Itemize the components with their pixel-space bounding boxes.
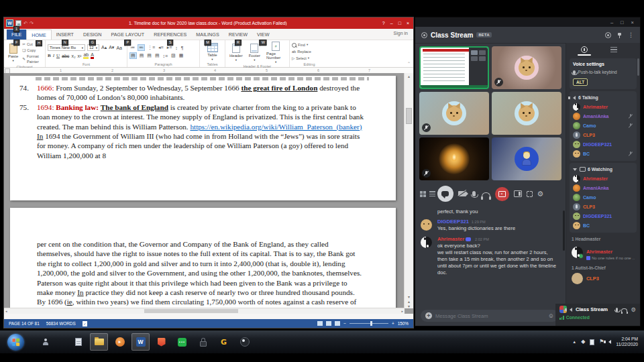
member-row[interactable]: AmaniAnka <box>573 111 633 121</box>
more-options-icon[interactable]: ⋮ <box>628 32 634 38</box>
settings-gear-icon[interactable]: ⚙ <box>631 307 636 312</box>
increase-indent-button[interactable]: ▸≡ <box>166 45 173 50</box>
keybind-key[interactable]: ALT <box>573 78 588 86</box>
taskbar-item-remote[interactable] <box>36 333 54 351</box>
taskbar-item-lock[interactable] <box>194 333 212 351</box>
sidebar-scrollbar[interactable] <box>637 58 639 76</box>
member-row[interactable]: Camo <box>573 121 633 130</box>
tab-mailings[interactable]: MAILINGSM <box>191 29 223 40</box>
justify-button[interactable]: ▤ <box>154 53 160 58</box>
replace-button[interactable]: ab Replace <box>292 49 311 54</box>
zoom-slider-thumb[interactable] <box>370 321 372 326</box>
page-number-button[interactable]: #Page Number▾ <box>264 42 287 64</box>
tab-info-icon[interactable] <box>581 46 588 53</box>
bullet-list-button[interactable]: ≔ <box>129 45 136 50</box>
member-row[interactable]: DIGDEEP321 <box>573 211 633 221</box>
minimize-button[interactable]: – <box>390 21 393 25</box>
deafen-button[interactable] <box>621 308 627 312</box>
chevron-down-icon[interactable] <box>573 168 577 171</box>
layout-icon[interactable] <box>514 190 522 197</box>
zoom-in-button[interactable]: + <box>392 321 394 326</box>
message-author[interactable]: DIGDEEP321 <box>437 219 469 225</box>
zoom-out-button[interactable]: − <box>343 321 346 326</box>
tab-home[interactable]: HOMEH <box>26 29 52 40</box>
sign-in-link[interactable]: Sign in <box>394 31 408 36</box>
change-case-button[interactable]: Aa <box>116 46 122 50</box>
help-button[interactable]: ? <box>382 21 385 25</box>
avatar[interactable] <box>421 219 432 231</box>
bold-button[interactable]: B <box>48 53 51 58</box>
document-canvas[interactable]: 74.1666: From Sunday, 2 September to Wed… <box>4 73 413 314</box>
paste-button[interactable]: Paste▾ <box>6 44 20 62</box>
avatar[interactable] <box>421 237 432 248</box>
next-page-button[interactable]: ▾ <box>405 304 413 308</box>
align-right-button[interactable]: ▤ <box>146 53 152 58</box>
tab-insert[interactable]: INSERTN <box>52 29 78 40</box>
attach-icon[interactable]: + <box>425 312 432 319</box>
member-row[interactable]: Ahrimaster <box>573 174 633 183</box>
superscript-button[interactable]: x² <box>78 54 82 58</box>
page-indicator[interactable]: PAGE 14 OF 81 <box>9 321 40 326</box>
scroll-right-arrow[interactable]: ▸ <box>401 309 403 313</box>
camera-off-icon[interactable] <box>458 191 466 196</box>
multilevel-list-button[interactable]: ⋮≡ <box>147 45 156 50</box>
tray-expand-icon[interactable]: ▲ <box>572 340 576 344</box>
fullscreen-icon[interactable] <box>527 191 533 197</box>
member-row[interactable]: DIGDEEP321 <box>573 139 633 149</box>
video-tile-user[interactable] <box>492 92 561 135</box>
borders-button[interactable]: ▦ <box>178 53 184 58</box>
tab-references[interactable]: REFERENCESS <box>149 29 191 40</box>
redo-icon[interactable]: ↷ <box>30 21 34 26</box>
tray-app-icon[interactable] <box>590 339 594 345</box>
copy-button[interactable]: ❏ Copy <box>22 48 43 53</box>
undo-icon[interactable]: ↶ <box>23 21 28 26</box>
tab-page-layout[interactable]: PAGE LAYOUTP <box>107 29 150 40</box>
popout-icon[interactable] <box>605 32 611 38</box>
member-row[interactable]: CLP3 <box>573 202 633 211</box>
subscript-button[interactable]: x₂ <box>71 54 75 58</box>
member-row[interactable]: Camo <box>573 192 633 202</box>
start-button[interactable] <box>7 334 24 351</box>
word-count[interactable]: 56834 WORDS <box>46 321 76 326</box>
close-button[interactable]: × <box>631 19 634 25</box>
pilcrow-button[interactable]: ¶ <box>180 46 184 50</box>
zoom-level[interactable]: 150% <box>398 321 409 326</box>
message-author[interactable]: Ahrimaster <box>437 236 464 242</box>
tab-design[interactable]: DESIGNG <box>78 29 107 40</box>
read-mode-button[interactable] <box>317 321 323 326</box>
clock[interactable]: 2:04 PM 11/22/2020 <box>616 337 638 348</box>
save-icon[interactable] <box>15 20 21 26</box>
member-row[interactable]: BC <box>573 221 633 230</box>
video-tile-user[interactable] <box>419 92 489 135</box>
zoom-slider[interactable] <box>350 323 388 324</box>
taskbar-item-gog[interactable]: G <box>215 333 233 351</box>
previous-page-button[interactable]: ▴ <box>405 299 413 304</box>
member-row[interactable]: Ahrimaster <box>573 102 633 111</box>
italic-button[interactable]: I <box>53 53 54 58</box>
web-layout-button[interactable] <box>335 321 340 326</box>
collapse-ribbon-button[interactable]: ⌃ <box>407 61 411 66</box>
scroll-up-arrow[interactable]: ▴ <box>405 74 413 78</box>
select-button[interactable]: ▷ Select ▾ <box>292 56 311 61</box>
member-row[interactable]: Ahrimaster No one rules if no one … <box>566 243 640 261</box>
document-page-2[interactable]: per cent on the condition that, the Gove… <box>10 208 396 314</box>
maximize-button[interactable]: □ <box>621 19 624 25</box>
print-layout-button[interactable] <box>326 321 331 326</box>
find-button[interactable]: Find ▾ <box>292 42 311 48</box>
video-tile-user[interactable] <box>492 46 561 89</box>
sort-button[interactable]: ↕ <box>174 46 178 50</box>
action-center-flag-icon[interactable]: ⚑ <box>599 339 604 345</box>
taskbar-item-messenger[interactable]: ••• <box>173 333 191 351</box>
decrease-indent-button[interactable]: ◂≡ <box>158 45 164 50</box>
horizontal-scrollbar[interactable]: ◂ ▸ <box>4 308 405 314</box>
footer-button[interactable]: Footer▾ <box>247 44 262 62</box>
headphones-icon[interactable] <box>482 192 490 198</box>
member-row[interactable]: AmaniAnka <box>573 183 633 192</box>
video-tile-screenshare[interactable] <box>419 46 489 89</box>
volume-icon[interactable] <box>608 340 611 344</box>
taskbar-item-word[interactable]: W <box>131 333 150 351</box>
highlight-button[interactable]: ab <box>83 52 89 59</box>
line-spacing-button[interactable]: ↕≡ <box>162 54 169 58</box>
align-left-button[interactable]: ▤ <box>129 52 137 59</box>
chat-scrollbar[interactable] <box>563 210 565 251</box>
